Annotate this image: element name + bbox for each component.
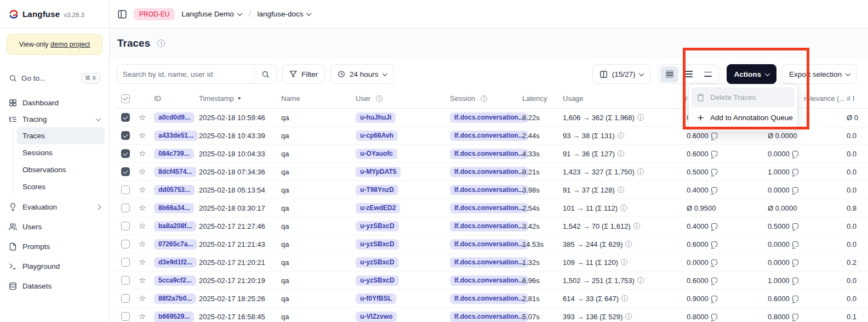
row-checkbox[interactable]: [121, 131, 130, 140]
col-header-latency[interactable]: Latency: [518, 94, 559, 103]
actions-button[interactable]: Actions: [727, 64, 776, 84]
table-row[interactable]: ☆dd05753...2025-02-18 05:13:54qau-T98Ynz…: [115, 181, 868, 199]
export-selection-button[interactable]: Export selection: [782, 64, 857, 84]
sidebar-item-playground[interactable]: Playground: [4, 258, 105, 274]
trace-id-badge[interactable]: 88f2a7b0...: [154, 293, 196, 304]
sidebar-item-tracing[interactable]: Tracing: [4, 111, 105, 127]
session-badge[interactable]: lf.docs.conversation...: [450, 167, 528, 177]
user-badge[interactable]: u-T98YnzD: [356, 185, 398, 195]
trace-id-badge[interactable]: 5cca9cf2...: [154, 275, 196, 286]
row-checkbox[interactable]: [121, 167, 130, 176]
table-row[interactable]: ☆88f2a7b0...2025-02-17 18:25:26qau-f0YfB…: [115, 290, 868, 308]
star-icon[interactable]: ☆: [139, 221, 146, 231]
row-checkbox[interactable]: [121, 240, 130, 248]
menu-item-add-to-annotation-queue[interactable]: Add to Annotation Queue: [692, 108, 795, 128]
star-icon[interactable]: ☆: [139, 112, 146, 122]
trace-id-badge[interactable]: ba8a208f...: [154, 221, 196, 231]
table-row[interactable]: ☆b669529...2025-02-17 16:58:45qau-VIZzvw…: [115, 308, 868, 322]
star-icon[interactable]: ☆: [139, 293, 146, 303]
session-badge[interactable]: lf.docs.conversation...: [450, 131, 528, 141]
goto-search[interactable]: Go to... ⌘ K: [7, 69, 102, 87]
row-checkbox[interactable]: [121, 276, 130, 285]
row-checkbox[interactable]: [121, 258, 130, 267]
row-checkbox[interactable]: [121, 312, 130, 321]
col-header-user[interactable]: Useri: [352, 94, 446, 103]
trace-id-badge[interactable]: a433de51...: [154, 131, 198, 141]
row-height-medium-button[interactable]: [679, 66, 698, 82]
table-row[interactable]: ☆8dcf4574...2025-02-18 07:34:36qau-MYpDA…: [115, 163, 868, 181]
sidebar-item-evaluation[interactable]: Evaluation: [4, 199, 105, 215]
user-badge[interactable]: u-f0YfBSL: [356, 293, 396, 304]
row-height-large-button[interactable]: [699, 66, 717, 82]
session-badge[interactable]: lf.docs.conversation...: [450, 293, 528, 304]
user-badge[interactable]: u-yzSBxcD: [356, 275, 399, 286]
star-icon[interactable]: ☆: [139, 257, 146, 267]
star-icon[interactable]: ☆: [139, 149, 146, 159]
user-badge[interactable]: u-OYauofc: [356, 149, 397, 159]
row-height-small-button[interactable]: [660, 66, 678, 82]
session-badge[interactable]: lf.docs.conversation...: [450, 257, 528, 268]
col-header-relevance[interactable]: relevance (...: [800, 94, 843, 103]
session-badge[interactable]: lf.docs.conversation...: [450, 239, 528, 250]
col-header-id[interactable]: ID: [150, 94, 195, 103]
session-badge[interactable]: lf.docs.conversation...: [450, 203, 528, 213]
table-row[interactable]: ☆07265c7a...2025-02-17 21:21:43qau-yzSBx…: [115, 235, 868, 253]
table-row[interactable]: ☆8b66a34...2025-02-18 03:30:17qau-zEwdED…: [115, 199, 868, 217]
sidebar-item-datasets[interactable]: Datasets: [4, 278, 105, 294]
user-badge[interactable]: u-yzSBxcD: [356, 257, 399, 268]
trace-id-badge[interactable]: d3e9d1f2...: [154, 257, 197, 268]
table-row[interactable]: ☆5cca9cf2...2025-02-17 21:20:19qau-yzSBx…: [115, 272, 868, 290]
col-header-extra[interactable]: # I: [843, 94, 868, 103]
env-badge[interactable]: PROD-EU: [134, 8, 175, 20]
star-icon[interactable]: ☆: [139, 203, 146, 213]
select-all-checkbox[interactable]: [121, 94, 130, 103]
user-badge[interactable]: u-huJhuJi: [356, 112, 396, 123]
star-icon[interactable]: ☆: [139, 239, 146, 249]
row-checkbox[interactable]: [121, 185, 130, 194]
session-badge[interactable]: lf.docs.conversation...: [450, 312, 528, 322]
star-icon[interactable]: ☆: [139, 167, 146, 177]
breadcrumb-project[interactable]: langfuse-docs: [257, 10, 311, 18]
row-checkbox[interactable]: [121, 204, 130, 212]
sidebar-item-sessions[interactable]: Sessions: [17, 144, 105, 161]
info-icon[interactable]: i: [157, 39, 165, 47]
search-input[interactable]: [117, 65, 254, 83]
col-header-name[interactable]: Name: [277, 94, 352, 103]
star-icon[interactable]: ☆: [139, 185, 146, 195]
col-header-session[interactable]: Sessioni: [446, 94, 518, 103]
row-checkbox[interactable]: [121, 294, 130, 303]
session-badge[interactable]: lf.docs.conversation...: [450, 112, 528, 123]
row-checkbox[interactable]: [121, 222, 130, 230]
breadcrumb-org[interactable]: Langfuse Demo: [181, 10, 241, 18]
trace-id-badge[interactable]: dd05753...: [154, 185, 195, 195]
table-row[interactable]: ☆ba8a208f...2025-02-17 21:27:46qau-yzSBx…: [115, 217, 868, 235]
star-icon[interactable]: ☆: [139, 312, 146, 321]
sidebar-item-traces[interactable]: Traces: [17, 127, 105, 144]
star-icon[interactable]: ☆: [139, 131, 146, 140]
session-badge[interactable]: lf.docs.conversation...: [450, 221, 528, 231]
star-icon[interactable]: ☆: [139, 275, 146, 285]
col-header-select[interactable]: [115, 94, 135, 103]
user-badge[interactable]: u-yzSBxcD: [356, 239, 399, 250]
trace-id-badge[interactable]: 8b66a34...: [154, 203, 194, 213]
session-badge[interactable]: lf.docs.conversation...: [450, 149, 528, 159]
row-checkbox[interactable]: [121, 113, 130, 122]
trace-id-badge[interactable]: 07265c7a...: [154, 239, 197, 250]
sidebar-item-observations[interactable]: Observations: [17, 161, 105, 178]
col-header-usage[interactable]: Usage: [559, 94, 681, 103]
column-visibility-button[interactable]: (15/27): [592, 64, 651, 84]
user-badge[interactable]: u-zEwdED2: [356, 203, 400, 213]
menu-item-delete-traces[interactable]: Delete Traces: [692, 87, 795, 108]
row-checkbox[interactable]: [121, 149, 130, 158]
sidebar-item-users[interactable]: Users: [4, 218, 105, 235]
session-badge[interactable]: lf.docs.conversation...: [450, 185, 528, 195]
trace-id-badge[interactable]: b669529...: [154, 312, 194, 322]
filter-button[interactable]: Filter: [282, 64, 325, 84]
sidebar-item-scores[interactable]: Scores: [17, 178, 105, 195]
table-row[interactable]: ☆d3e9d1f2...2025-02-17 21:20:21qau-yzSBx…: [115, 253, 868, 272]
col-header-timestamp[interactable]: Timestamp▼: [195, 94, 277, 103]
demo-project-link[interactable]: demo project: [50, 41, 90, 48]
search-submit-button[interactable]: [254, 65, 276, 83]
session-badge[interactable]: lf.docs.conversation...: [450, 275, 528, 286]
user-badge[interactable]: u-cp66Avh: [356, 131, 398, 141]
